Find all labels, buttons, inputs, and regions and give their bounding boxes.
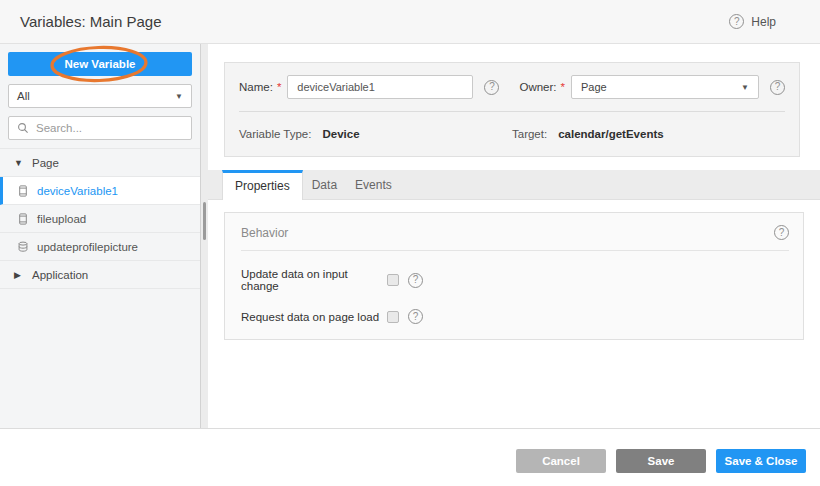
owner-select[interactable]: Page ▼	[571, 75, 759, 99]
variable-type-pair: Variable Type: Device	[239, 128, 512, 140]
name-label: Name:	[239, 81, 273, 93]
caret-down-icon[interactable]: ▼	[14, 158, 32, 168]
tree-group-page[interactable]: ▼ Page	[0, 149, 200, 177]
update-data-on-input-change-checkbox[interactable]	[387, 274, 399, 286]
page-title: Variables: Main Page	[20, 13, 161, 30]
behavior-title: Behavior	[241, 226, 288, 240]
tree-group-application[interactable]: ▶ Application	[0, 261, 200, 289]
tab-events[interactable]: Events	[346, 170, 401, 199]
filter-dropdown-value: All	[17, 90, 30, 102]
behavior-divider	[241, 250, 789, 251]
target-label: Target:	[512, 128, 547, 140]
help-label[interactable]: Help	[751, 15, 776, 29]
filter-dropdown[interactable]: All ▼	[8, 84, 192, 108]
tree-item-updateprofilepicture[interactable]: updateprofilepicture	[0, 233, 200, 261]
sidebar-scrollbar[interactable]	[203, 202, 206, 240]
tree-item-label: updateprofilepicture	[37, 241, 138, 253]
save-and-close-button[interactable]: Save & Close	[716, 449, 806, 473]
help-icon[interactable]: ?	[729, 14, 744, 29]
option-update-data-on-input-change: Update data on input change ?	[241, 268, 787, 292]
search-icon	[17, 122, 29, 134]
option-help-icon[interactable]: ?	[408, 309, 423, 324]
tree-item-fileupload[interactable]: fileupload	[0, 205, 200, 233]
sidebar-splitter[interactable]	[200, 44, 208, 428]
tree-item-label: deviceVariable1	[37, 185, 118, 197]
tree-group-label: Application	[32, 269, 88, 281]
tree-item-devicevariable1[interactable]: deviceVariable1	[0, 177, 200, 205]
variable-type-label: Variable Type:	[239, 128, 311, 140]
service-variable-icon	[17, 241, 29, 253]
search-box[interactable]	[8, 116, 192, 140]
option-label: Update data on input change	[241, 268, 387, 292]
required-marker: *	[561, 81, 565, 93]
owner-help-icon[interactable]: ?	[770, 80, 785, 95]
detail-tabs: Properties Data Events	[208, 170, 820, 200]
device-variable-icon	[17, 213, 29, 225]
tab-content: Behavior ? Update data on input change ?…	[208, 200, 820, 428]
tree-item-label: fileupload	[37, 213, 86, 225]
variable-summary-card: Name: * ? Owner: * Page ▼ ?	[224, 62, 800, 157]
dialog-header: Variables: Main Page ? Help	[0, 0, 820, 44]
option-help-icon[interactable]: ?	[408, 273, 423, 288]
tab-properties[interactable]: Properties	[222, 170, 303, 200]
name-help-icon[interactable]: ?	[484, 80, 499, 95]
tree-group-label: Page	[32, 157, 59, 169]
behavior-panel: Behavior ? Update data on input change ?…	[224, 212, 804, 340]
type-target-row: Variable Type: Device Target: calendar/g…	[225, 112, 799, 156]
target-pair: Target: calendar/getEvents	[512, 128, 785, 140]
variables-dialog: Variables: Main Page ? Help New Variable…	[0, 0, 820, 486]
tab-data[interactable]: Data	[303, 170, 346, 199]
dialog-footer: Cancel Save Save & Close	[0, 428, 820, 486]
variable-type-value: Device	[322, 128, 359, 140]
chevron-down-icon: ▼	[175, 92, 183, 101]
option-label: Request data on page load	[241, 311, 387, 323]
help-link[interactable]: ? Help	[729, 14, 776, 29]
search-input[interactable]	[36, 122, 183, 134]
new-variable-button[interactable]: New Variable	[8, 52, 192, 76]
option-request-data-on-page-load: Request data on page load ?	[241, 309, 787, 324]
dialog-body: New Variable All ▼ ▼ Page	[0, 44, 820, 428]
behavior-help-icon[interactable]: ?	[774, 225, 789, 240]
caret-right-icon[interactable]: ▶	[14, 270, 32, 280]
variables-sidebar: New Variable All ▼ ▼ Page	[0, 44, 200, 428]
chevron-down-icon: ▼	[741, 83, 749, 92]
variables-tree: ▼ Page deviceVariable1	[0, 148, 200, 289]
target-value: calendar/getEvents	[558, 128, 663, 140]
owner-label: Owner:	[519, 81, 556, 93]
cancel-button[interactable]: Cancel	[516, 449, 606, 473]
save-button[interactable]: Save	[616, 449, 706, 473]
behavior-panel-header: Behavior ?	[225, 213, 803, 250]
name-owner-row: Name: * ? Owner: * Page ▼ ?	[225, 63, 799, 111]
owner-group: Owner: * Page ▼ ?	[519, 75, 785, 99]
name-input[interactable]	[287, 75, 473, 99]
request-data-on-page-load-checkbox[interactable]	[387, 311, 399, 323]
owner-select-value: Page	[581, 81, 607, 93]
required-marker: *	[277, 81, 281, 93]
device-variable-icon	[17, 185, 29, 197]
variable-detail-panel: Name: * ? Owner: * Page ▼ ?	[208, 44, 820, 428]
